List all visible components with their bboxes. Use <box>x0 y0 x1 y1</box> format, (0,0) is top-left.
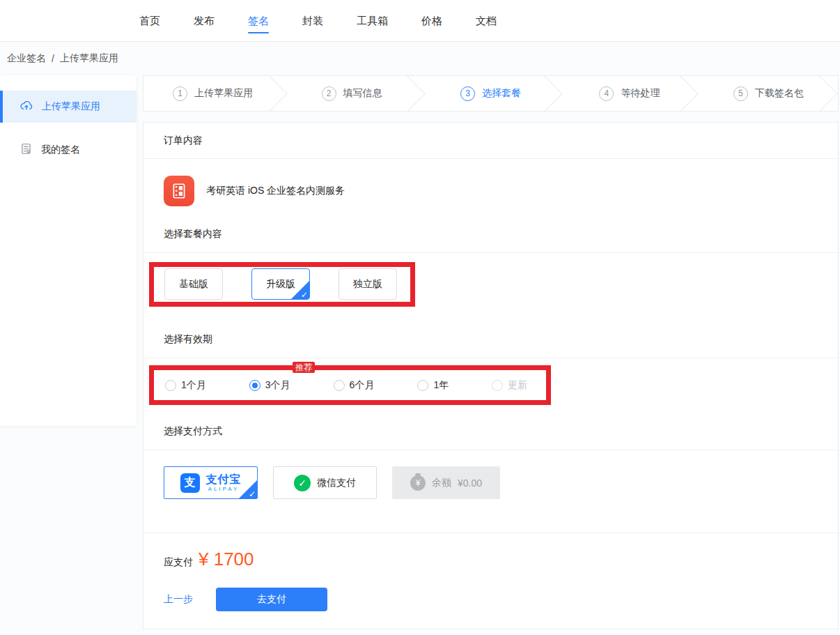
validity-option-3months[interactable]: 3个月 <box>249 379 290 392</box>
radio-label: 1年 <box>433 379 449 392</box>
payment-section-title: 选择支付方式 <box>143 413 838 450</box>
breadcrumb-separator: / <box>52 53 54 64</box>
step-label: 下载签名包 <box>755 87 804 100</box>
radio-label: 6个月 <box>350 379 375 392</box>
wechat-pay-icon: ✓ <box>294 475 311 491</box>
payable-label: 应支付 <box>164 556 193 569</box>
validity-options: 1个月 3个月 6个月 1年 更新 <box>165 370 527 400</box>
step-number: 1 <box>173 86 187 101</box>
step-label: 等待处理 <box>621 87 660 100</box>
validity-option-1month[interactable]: 1个月 <box>165 379 206 392</box>
package-section-title: 选择套餐内容 <box>143 215 838 253</box>
package-option-upgrade[interactable]: 升级版 ✓ <box>251 268 310 300</box>
radio-icon <box>249 380 260 391</box>
sidebar-item-label: 我的签名 <box>41 144 80 156</box>
radio-icon <box>334 380 345 391</box>
cloud-upload-icon <box>20 99 33 115</box>
footer-divider <box>143 533 838 533</box>
sidebar-item-upload-app[interactable]: 上传苹果应用 <box>0 91 137 123</box>
annotation-box-package: 基础版 升级版 ✓ 独立版 <box>149 262 415 307</box>
alipay-wordmark: 支付宝 ALIPAY <box>206 474 242 492</box>
payment-methods: 支 支付宝 ALIPAY ✓ ✓ 微信支付 ¥ 余额 ¥0.00 <box>164 466 500 499</box>
breadcrumb-current: 上传苹果应用 <box>60 52 118 65</box>
money-bag-icon: ¥ <box>410 475 426 491</box>
nav-item-toolbox[interactable]: 工具箱 <box>357 0 388 42</box>
check-icon: ✓ <box>249 489 256 499</box>
package-option-basic[interactable]: 基础版 <box>164 268 223 300</box>
radio-icon <box>165 380 176 391</box>
nav-item-publish[interactable]: 发布 <box>194 0 215 42</box>
breadcrumb: 企业签名 / 上传苹果应用 <box>7 43 118 75</box>
step-label: 选择套餐 <box>482 87 521 100</box>
page: 首页 发布 签名 封装 工具箱 价格 文档 企业签名 / 上传苹果应用 上传苹果… <box>0 0 840 635</box>
footer-actions: 上一步 去支付 <box>164 588 327 611</box>
radio-label: 1个月 <box>181 379 206 392</box>
step-number: 2 <box>322 86 336 101</box>
validity-section-title: 选择有效期 <box>143 321 838 358</box>
wechat-label: 微信支付 <box>317 477 356 489</box>
step-number: 5 <box>733 86 748 101</box>
top-header: 首页 发布 签名 封装 工具箱 价格 文档 <box>0 0 840 42</box>
balance-label: 余额 <box>432 477 451 489</box>
nav-item-signing[interactable]: 签名 <box>248 0 269 42</box>
previous-step-link[interactable]: 上一步 <box>164 593 193 606</box>
order-section-title: 订单内容 <box>143 123 838 159</box>
progress-steps: 1 上传苹果应用 2 填写信息 3 选择套餐 4 等待处理 5 下载签名包 <box>143 75 839 112</box>
step-number: 4 <box>599 86 614 101</box>
radio-icon <box>417 380 428 391</box>
order-app-name: 考研英语 iOS 企业签名内测服务 <box>206 185 345 197</box>
radio-label: 3个月 <box>265 379 290 392</box>
payment-method-balance: ¥ 余额 ¥0.00 <box>392 466 500 499</box>
nav-item-docs[interactable]: 文档 <box>476 0 497 42</box>
step-label: 上传苹果应用 <box>194 87 253 100</box>
step-label: 填写信息 <box>343 87 382 100</box>
order-panel: 订单内容 考研英语 iOS 企业签名内测服务 选择套餐内容 基础版 升 <box>143 122 839 629</box>
validity-option-6months[interactable]: 6个月 <box>334 379 375 392</box>
payable-row: 应支付 ¥ 1700 <box>164 549 254 570</box>
radio-label: 更新 <box>508 379 527 392</box>
breadcrumb-parent[interactable]: 企业签名 <box>7 52 46 65</box>
nav-item-home[interactable]: 首页 <box>139 0 160 42</box>
film-icon <box>164 176 194 206</box>
check-icon: ✓ <box>301 290 308 300</box>
alipay-logo-icon: 支 <box>180 473 200 493</box>
validity-option-renew: 更新 <box>492 379 527 392</box>
sidebar: 上传苹果应用 我的签名 <box>0 75 137 426</box>
main-nav: 首页 发布 签名 封装 工具箱 价格 文档 <box>139 0 497 42</box>
sidebar-item-my-signatures[interactable]: 我的签名 <box>0 134 137 166</box>
nav-item-package[interactable]: 封装 <box>302 0 323 42</box>
package-option-standalone[interactable]: 独立版 <box>339 268 397 300</box>
sidebar-item-label: 上传苹果应用 <box>42 100 100 113</box>
step-number: 3 <box>460 86 475 101</box>
signature-doc-icon <box>20 142 33 158</box>
payment-method-wechat[interactable]: ✓ 微信支付 <box>273 466 377 499</box>
payable-amount: ¥ 1700 <box>199 549 254 570</box>
balance-amount: ¥0.00 <box>458 477 482 489</box>
order-app-row: 考研英语 iOS 企业签名内测服务 <box>164 176 345 206</box>
go-pay-button[interactable]: 去支付 <box>216 588 327 611</box>
annotation-box-validity: 推荐 1个月 3个月 6个月 1年 <box>149 365 551 405</box>
nav-item-pricing[interactable]: 价格 <box>421 0 442 42</box>
payment-method-alipay[interactable]: 支 支付宝 ALIPAY ✓ <box>164 466 258 499</box>
alipay-sublabel: ALIPAY <box>208 487 240 492</box>
alipay-label: 支付宝 <box>206 474 242 485</box>
package-options: 基础版 升级版 ✓ 独立版 <box>164 268 397 300</box>
validity-option-1year[interactable]: 1年 <box>417 379 449 392</box>
radio-icon <box>492 380 503 391</box>
